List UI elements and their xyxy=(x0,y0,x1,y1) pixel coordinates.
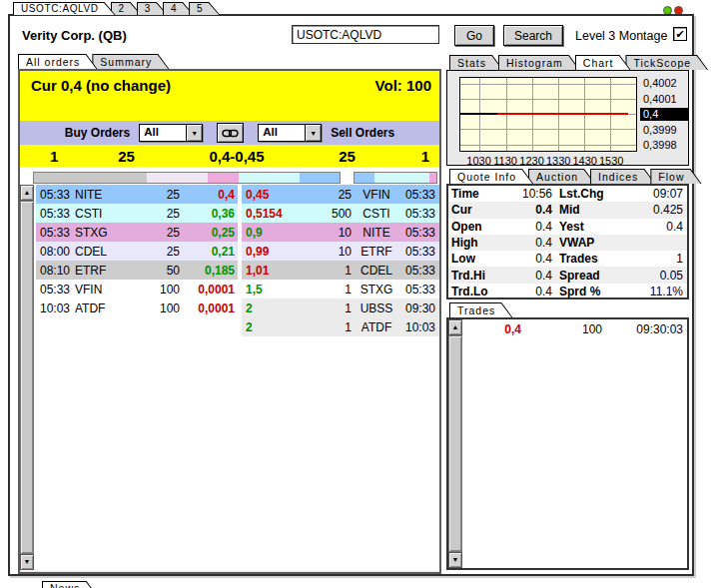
bid-time: 05:33 xyxy=(36,283,72,296)
ask-row[interactable]: 1,51STXG05:33 xyxy=(242,280,439,298)
quote-label: Spread xyxy=(556,269,624,283)
quote-tab-auction[interactable]: Auction xyxy=(528,169,595,184)
bid-row[interactable]: 05:33CSTI250,36 xyxy=(36,204,238,223)
news-tab-news[interactable]: News xyxy=(42,581,97,588)
current-price-text: Cur 0,4 (no change) xyxy=(31,77,171,121)
window-tab-usotc-aqlvd[interactable]: USOTC:AQLVD xyxy=(13,2,116,15)
chart-x-tick: 1430 xyxy=(570,155,600,167)
bid-mm: VFIN xyxy=(72,283,124,296)
quote-tab-flow[interactable]: Flow xyxy=(650,169,701,184)
bid-row[interactable]: 05:33NITE250,4 xyxy=(36,185,238,204)
sell-filter-select[interactable]: All ▼ xyxy=(258,124,322,142)
quote-label: VWAP xyxy=(556,236,624,250)
price-line xyxy=(460,113,497,115)
ask-time: 05:33 xyxy=(401,245,439,259)
bid-time: 05:33 xyxy=(36,226,72,240)
sell-size-total: 25 xyxy=(297,148,397,165)
quote-tab-quote-info[interactable]: Quote Info xyxy=(449,169,533,184)
bid-row[interactable]: 05:33VFIN1000,0001 xyxy=(36,280,238,298)
quote-row: High0.4VWAP xyxy=(448,235,687,251)
quote-value: 0.05 xyxy=(624,269,687,283)
scrollbar-thumb[interactable] xyxy=(20,201,34,554)
level3-montage-checkbox[interactable]: ✔ xyxy=(673,27,687,41)
window-tab-5[interactable]: 5 xyxy=(189,2,220,15)
search-button[interactable]: Search xyxy=(503,25,563,46)
depth-segment xyxy=(355,173,374,183)
inside-quote-row: 1 25 0,4-0,45 25 1 xyxy=(20,145,439,167)
book-scrollbar[interactable]: ▲ ▼ xyxy=(20,185,34,570)
ask-price: 0,45 xyxy=(242,188,310,202)
chart-x-tick: 1330 xyxy=(543,155,573,167)
depth-segment xyxy=(208,173,239,183)
chevron-down-icon[interactable]: ▼ xyxy=(305,125,321,141)
analysis-tab-bar: StatsHistogramChartTickScope xyxy=(449,55,703,70)
scroll-down-icon[interactable]: ▼ xyxy=(448,552,462,568)
montage-tab-summary[interactable]: Summary xyxy=(92,54,169,69)
chevron-down-icon[interactable]: ▼ xyxy=(186,125,202,141)
main-window: Verity Corp. (QB) Go Search Level 3 Mont… xyxy=(8,14,694,576)
buy-orders-label: Buy Orders xyxy=(65,126,130,140)
bid-row[interactable]: 10:03ATDF1000,0001 xyxy=(36,298,238,317)
scroll-up-icon[interactable]: ▲ xyxy=(20,185,34,201)
quote-label: Sprd % xyxy=(556,285,624,298)
bid-row[interactable]: 08:10ETRF500,185 xyxy=(36,261,238,280)
ask-price: 0,9 xyxy=(242,226,310,240)
chart-y-tick: 0,4002 xyxy=(640,77,688,90)
ask-row[interactable]: 21ATDF10:03 xyxy=(242,317,439,336)
depth-segment xyxy=(34,173,147,183)
trading-app: USOTC:AQLVD2345 Verity Corp. (QB) Go Sea… xyxy=(0,0,714,588)
chart-panel: 0,40020,40010,40,39990,39981030113012301… xyxy=(446,70,689,166)
quote-info-panel: Time10:56Lst.Chg09:07Cur0.4Mid0.425Open0… xyxy=(446,184,689,299)
chart-x-tick: 1130 xyxy=(490,155,520,167)
scroll-down-icon[interactable]: ▼ xyxy=(20,554,34,570)
trades-scrollbar[interactable]: ▲ ▼ xyxy=(448,319,462,568)
quote-tab-indices[interactable]: Indices xyxy=(590,169,655,184)
scroll-up-icon[interactable]: ▲ xyxy=(448,319,462,335)
ask-price: 2 xyxy=(242,301,310,315)
bid-mm: ATDF xyxy=(72,301,124,315)
go-button[interactable]: Go xyxy=(454,25,494,46)
trade-price: 0,4 xyxy=(462,322,526,336)
ask-row[interactable]: 0,4525VFIN05:33 xyxy=(242,185,439,204)
ask-mm: NITE xyxy=(352,226,401,240)
analysis-tab-stats[interactable]: Stats xyxy=(449,55,503,70)
bid-price: 0,21 xyxy=(180,245,238,259)
quote-row: Time10:56Lst.Chg09:07 xyxy=(448,186,687,202)
ask-time: 10:03 xyxy=(401,320,439,334)
link-filters-button[interactable] xyxy=(217,123,244,143)
symbol-input[interactable] xyxy=(292,25,439,44)
bid-size: 100 xyxy=(124,283,180,296)
quote-label: Trd.Hi xyxy=(448,269,498,283)
montage-tab-all-orders[interactable]: All orders xyxy=(18,54,97,69)
ask-size: 10 xyxy=(310,226,352,240)
ask-time: 05:33 xyxy=(401,283,439,296)
ask-row[interactable]: 21UBSS09:30 xyxy=(242,298,439,317)
ask-row[interactable]: 0,910NITE05:33 xyxy=(242,223,439,242)
quote-value: 0.4 xyxy=(498,203,556,217)
quote-value: 11.1% xyxy=(624,285,687,298)
chart-x-tick: 1530 xyxy=(596,155,626,167)
ask-time: 05:33 xyxy=(401,207,439,221)
buy-filter-select[interactable]: All ▼ xyxy=(139,124,203,142)
depth-segment xyxy=(239,173,300,183)
analysis-tab-chart[interactable]: Chart xyxy=(575,55,631,70)
bid-mm: CDEL xyxy=(72,245,124,259)
quote-value: 0.4 xyxy=(498,220,556,234)
quote-label: Yest xyxy=(556,220,624,234)
ask-row[interactable]: 1,011CDEL05:33 xyxy=(242,261,439,280)
price-line xyxy=(497,113,628,115)
scrollbar-thumb[interactable] xyxy=(448,335,462,552)
bid-price: 0,185 xyxy=(180,264,238,278)
montage-tab-bar: All ordersSummary xyxy=(18,54,164,69)
ask-row[interactable]: 0,5154500CSTI05:33 xyxy=(242,204,439,223)
ask-row[interactable]: 0,9910ETRF05:33 xyxy=(242,242,439,261)
bid-row[interactable]: 08:00CDEL250,21 xyxy=(36,242,238,261)
analysis-tab-tickscope[interactable]: TickScope xyxy=(625,55,708,70)
analysis-tab-histogram[interactable]: Histogram xyxy=(498,55,580,70)
bid-row[interactable]: 05:33STXG250,25 xyxy=(36,223,238,242)
trades-tab-trades[interactable]: Trades xyxy=(449,302,512,317)
sell-depth-bar xyxy=(354,172,437,184)
trade-row[interactable]: 0,410009:30:03 xyxy=(462,319,687,338)
quote-value: 0.4 xyxy=(498,236,556,250)
depth-segment xyxy=(429,173,436,183)
